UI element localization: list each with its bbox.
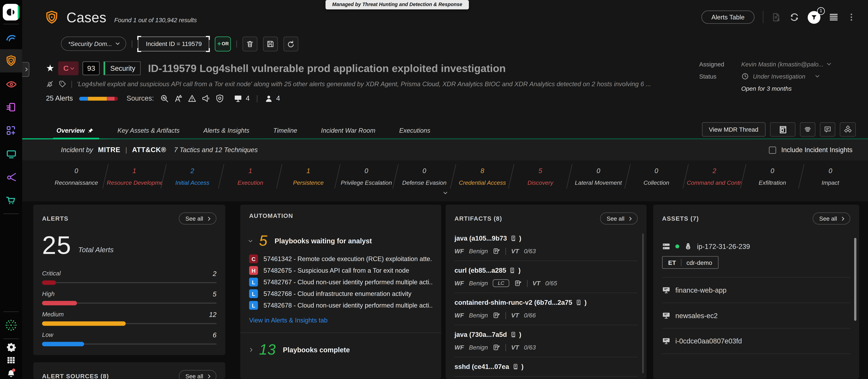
artifact-item[interactable]: java (730a...7a5d ) WF Benign VT 0/63 <box>455 325 638 357</box>
sidebar-item-notifications[interactable] <box>0 366 22 379</box>
asset-item[interactable]: i-0cdce0aa0807e03fd <box>662 329 850 354</box>
tab-executions[interactable]: Executions <box>399 127 430 139</box>
tactic-cell[interactable]: 0Collection <box>629 167 684 186</box>
analytics-bioc-icon[interactable] <box>174 94 183 103</box>
signature-icon[interactable] <box>514 279 522 287</box>
artifacts-scrollbar[interactable] <box>642 234 644 374</box>
cortex-logo-icon[interactable] <box>3 4 20 21</box>
sidebar-expand-button[interactable] <box>22 62 29 77</box>
tactic-cell[interactable]: 0Impact <box>803 167 858 186</box>
artifact-item[interactable]: curl (eb85...a285 ) WF Benign LC VT 0/65 <box>455 261 638 293</box>
playbook-alert-item[interactable]: L 57482768 - Cloud infrastructure enumer… <box>249 289 432 298</box>
sidebar-item-cases[interactable] <box>0 49 22 72</box>
asset-item[interactable]: newsales-ec2 <box>662 303 850 329</box>
delete-filter-button[interactable] <box>243 36 257 51</box>
tactic-cell[interactable]: 0Reconnaissance <box>49 167 104 186</box>
scrollbar-thumb[interactable] <box>642 234 644 374</box>
assets-see-all-button[interactable]: See all <box>813 212 850 225</box>
artifacts-see-all-button[interactable]: See all <box>600 212 638 225</box>
tactic-cell[interactable]: 5Discovery <box>513 167 568 186</box>
sidebar-item-monitor[interactable] <box>0 142 22 166</box>
blocks-button[interactable] <box>840 122 856 137</box>
layout-panel-button[interactable] <box>770 122 796 137</box>
playbook-alert-item[interactable]: L 57482767 - Cloud non-user identity per… <box>249 278 432 286</box>
sidebar-item-apps[interactable] <box>0 353 22 366</box>
tactic-cell[interactable]: 0Exfiltration <box>745 167 800 186</box>
view-alerts-insights-link[interactable]: View in Alerts & Insights tab <box>249 317 328 323</box>
sidebar-item-eye[interactable] <box>0 72 22 96</box>
severity-badge[interactable]: C <box>58 61 79 75</box>
menu-lines-icon[interactable] <box>829 12 839 22</box>
sync-icon[interactable] <box>789 12 799 22</box>
assets-scrollbar[interactable] <box>854 234 856 374</box>
shield-source-icon[interactable] <box>215 94 224 103</box>
signature-icon[interactable] <box>493 247 501 255</box>
tab-overview[interactable]: Overview <box>56 127 94 139</box>
align-lines-button[interactable] <box>800 122 815 137</box>
alerts-table-button[interactable]: Alerts Table <box>702 10 755 24</box>
analytics-magnifier-icon[interactable] <box>160 94 169 103</box>
active-filter-chip[interactable]: Incident ID = 119579 <box>138 36 210 51</box>
tab-timeline[interactable]: Timeline <box>273 127 297 139</box>
sidebar-item-modules[interactable] <box>0 119 22 142</box>
copy-hash-icon[interactable] <box>512 364 519 370</box>
tab-key-assets[interactable]: Key Assets & Artifacts <box>118 127 180 139</box>
alerts-see-all-button[interactable]: See all <box>179 212 216 225</box>
domain-filter-dropdown[interactable]: *Security Dom... <box>61 36 127 51</box>
tag-icon[interactable] <box>59 80 66 88</box>
comment-button[interactable] <box>820 122 835 137</box>
sidebar-item-document[interactable] <box>0 96 22 119</box>
reset-filter-button[interactable] <box>283 36 299 51</box>
playbook-alert-item[interactable]: H 57482675 - Suspicious API call from a … <box>249 266 432 275</box>
tactic-cell[interactable]: 8Credential Access <box>455 167 510 186</box>
sidebar-item-settings[interactable] <box>0 341 22 353</box>
copy-hash-icon[interactable] <box>510 235 516 242</box>
users-count-group[interactable]: 4 <box>265 94 280 103</box>
tactic-cell[interactable]: 2Command and Control <box>687 167 742 186</box>
playbooks-complete-row[interactable]: 13 Playbooks complete <box>249 342 432 357</box>
alert-horn-icon[interactable] <box>202 94 210 103</box>
status-value-dropdown[interactable]: Under Investigation <box>741 72 819 80</box>
artifact-item[interactable]: containerd-shim-runc-v2 (6b7d...2a75 ) W… <box>455 293 638 325</box>
playbook-alert-item[interactable]: C 57461342 - Remote code execution (RCE)… <box>249 254 432 263</box>
add-or-filter-button[interactable]: +OR <box>215 36 231 51</box>
hosts-count-group[interactable]: 4 <box>234 94 250 103</box>
playbooks-waiting-row[interactable]: 5 Playbooks waiting for analyst <box>249 234 432 248</box>
copy-hash-icon[interactable] <box>575 299 582 306</box>
sidebar-item-cart[interactable] <box>0 188 22 212</box>
tab-war-room[interactable]: Incident War Room <box>321 127 375 139</box>
assigned-value-dropdown[interactable]: Kevin Mastin (kmastin@palo... <box>741 61 830 67</box>
tactic-cell[interactable]: 1Resource Development <box>107 167 162 186</box>
copy-hash-icon[interactable] <box>510 331 516 338</box>
asset-item[interactable]: finance-web-app <box>662 278 850 303</box>
view-mdr-thread-button[interactable]: View MDR Thread <box>702 122 766 137</box>
collapse-tactics-control[interactable] <box>22 193 868 201</box>
alert-sources-see-all-button[interactable]: See all <box>179 370 216 379</box>
signature-icon[interactable] <box>493 311 501 319</box>
tab-alerts-insights[interactable]: Alerts & Insights <box>204 127 249 139</box>
asset-tag-chip[interactable]: ET cdr-demo <box>662 256 718 269</box>
signature-icon[interactable] <box>493 343 501 351</box>
tactic-cell[interactable]: 1Persistence <box>281 167 336 186</box>
tactic-cell[interactable]: 2Initial Access <box>165 167 220 186</box>
sidebar-item-node-share[interactable] <box>0 165 22 188</box>
copy-hash-icon[interactable] <box>509 267 516 274</box>
save-filter-button[interactable] <box>263 36 278 51</box>
artifact-item[interactable]: sshd (ce41...07ea ) <box>455 357 638 377</box>
tactic-cell[interactable]: 0Privilege Escalation <box>339 167 394 186</box>
favorite-star-icon[interactable]: ★ <box>46 64 55 73</box>
sidebar-item-ai[interactable] <box>0 314 22 337</box>
warning-triangle-icon[interactable] <box>188 94 196 103</box>
tactic-cell[interactable]: 0Lateral Movement <box>571 167 626 186</box>
sidebar-item-arc[interactable] <box>0 26 22 49</box>
filter-icon[interactable]: 1 <box>808 11 820 24</box>
tactic-cell[interactable]: 1Execution <box>223 167 278 186</box>
include-insights-control[interactable]: Include Incident Insights <box>769 146 852 154</box>
scrollbar-thumb[interactable] <box>854 238 856 321</box>
playbook-alert-item[interactable]: L 57482678 - Cloud non-user identity per… <box>249 301 432 310</box>
bell-muted-icon[interactable] <box>46 80 54 88</box>
artifact-item[interactable]: java (a105...9b73 ) WF Benign VT 0/63 <box>455 235 638 261</box>
kebab-menu-icon[interactable] <box>847 13 856 22</box>
include-insights-checkbox[interactable] <box>769 146 776 153</box>
tactic-cell[interactable]: 0Defense Evasion <box>397 167 452 186</box>
